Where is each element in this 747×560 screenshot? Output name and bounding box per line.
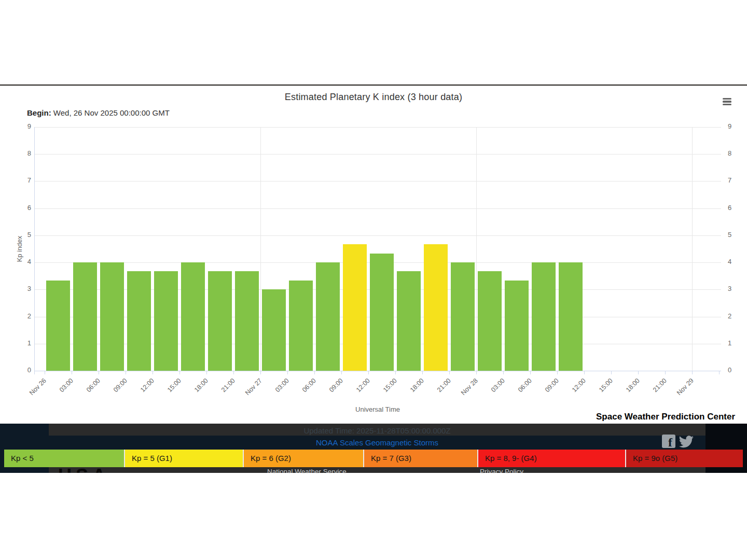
kp-bar[interactable] bbox=[478, 271, 502, 371]
chart-title: Estimated Planetary K index (3 hour data… bbox=[218, 92, 529, 103]
hamburger-icon bbox=[723, 104, 731, 105]
y-gridline bbox=[34, 127, 721, 128]
attribution-label: Space Weather Prediction Center bbox=[596, 412, 735, 422]
x-axis-tick bbox=[530, 371, 531, 374]
kp-bar[interactable] bbox=[316, 262, 340, 371]
y-gridline bbox=[34, 208, 721, 209]
y-tick-label: 6 bbox=[16, 204, 31, 212]
noaa-scales-link[interactable]: NOAA Scales Geomagnetic Storms bbox=[49, 438, 706, 447]
swpc-kp-index-page: Estimated Planetary K index (3 hour data… bbox=[0, 0, 747, 560]
x-axis-tick bbox=[233, 371, 234, 374]
y-tick-label: 2 bbox=[16, 312, 31, 320]
page-footer: Updated Time: 2025-11-28T05:00:00.000Z N… bbox=[0, 424, 747, 473]
privacy-policy-link[interactable]: Privacy Policy bbox=[480, 468, 523, 473]
kp-bar[interactable] bbox=[127, 271, 151, 371]
hamburger-icon bbox=[723, 101, 731, 102]
x-axis-tick bbox=[638, 371, 639, 374]
kp-bar[interactable] bbox=[532, 262, 556, 371]
legend-segment: Kp = 6 (G2) bbox=[243, 450, 363, 467]
x-axis-tick bbox=[503, 371, 504, 374]
x-axis-tick bbox=[395, 371, 396, 374]
x-axis-tick bbox=[260, 371, 261, 374]
kp-bar[interactable] bbox=[397, 271, 421, 371]
x-axis-tick bbox=[179, 371, 180, 374]
y-tick-label: 1 bbox=[16, 339, 31, 347]
kp-bar[interactable] bbox=[289, 281, 313, 371]
x-axis-tick bbox=[368, 371, 369, 374]
day-gridline bbox=[476, 127, 477, 371]
legend-segment: Kp = 7 (G3) bbox=[363, 450, 477, 467]
y-tick-label: 7 bbox=[16, 176, 31, 184]
x-axis-tick bbox=[126, 371, 126, 374]
x-axis-tick bbox=[287, 371, 288, 374]
kp-bar[interactable] bbox=[424, 244, 448, 371]
kp-scale-legend: Kp < 5Kp = 5 (G1)Kp = 6 (G2)Kp = 7 (G3)K… bbox=[0, 450, 747, 467]
begin-value: Wed, 26 Nov 2025 00:00:00 GMT bbox=[53, 108, 170, 117]
legend-segment: Kp = 5 (G1) bbox=[124, 450, 243, 467]
y-tick-label: 8 bbox=[728, 149, 731, 157]
legend-segment: Kp < 5 bbox=[4, 450, 124, 467]
kp-bar[interactable] bbox=[100, 262, 124, 371]
day-gridline bbox=[692, 127, 693, 371]
kp-bar[interactable] bbox=[262, 289, 286, 371]
y-tick-label: 4 bbox=[16, 258, 31, 265]
y-tick-label: 5 bbox=[16, 231, 31, 239]
x-axis-tick bbox=[449, 371, 450, 374]
begin-time-label: Begin: Wed, 26 Nov 2025 00:00:00 GMT bbox=[27, 108, 170, 117]
updated-time-label: Updated Time: 2025-11-28T05:00:00.000Z bbox=[49, 426, 706, 435]
y-gridline bbox=[34, 154, 721, 155]
kp-bar[interactable] bbox=[505, 281, 529, 371]
kp-bar[interactable] bbox=[370, 254, 394, 371]
kp-bar[interactable] bbox=[154, 271, 178, 371]
y-tick-label: 0 bbox=[16, 366, 31, 374]
y-gridline bbox=[34, 235, 721, 236]
y-axis-line bbox=[34, 127, 35, 374]
footer-gray-strip-bottom bbox=[49, 467, 706, 473]
begin-label: Begin: bbox=[27, 108, 51, 117]
x-axis-tick bbox=[72, 371, 72, 374]
x-axis-tick bbox=[99, 371, 99, 374]
kp-bar[interactable] bbox=[451, 262, 475, 371]
x-axis-tick bbox=[584, 371, 585, 374]
x-axis-tick bbox=[692, 371, 693, 374]
x-axis-tick bbox=[153, 371, 153, 374]
x-axis-tick bbox=[476, 371, 477, 374]
legend-segment: Kp = 8, 9- (G4) bbox=[477, 450, 625, 467]
x-axis-tick bbox=[719, 371, 720, 374]
kp-bar[interactable] bbox=[235, 271, 259, 371]
x-axis-tick bbox=[422, 371, 423, 374]
y-tick-label: 0 bbox=[728, 366, 731, 374]
hamburger-icon bbox=[723, 98, 731, 100]
legend-segment: Kp = 9o (G5) bbox=[625, 450, 743, 467]
kp-bar[interactable] bbox=[181, 262, 205, 371]
y-tick-label: 6 bbox=[728, 204, 731, 212]
facebook-icon[interactable]: f bbox=[662, 435, 675, 448]
top-divider bbox=[0, 85, 747, 86]
twitter-icon[interactable] bbox=[679, 436, 694, 448]
y-tick-label: 7 bbox=[728, 176, 731, 184]
x-axis-tick bbox=[557, 371, 558, 374]
y-tick-label: 2 bbox=[728, 312, 731, 320]
x-axis-line bbox=[34, 371, 721, 371]
chart-context-menu-button[interactable] bbox=[723, 97, 732, 106]
kp-bar[interactable] bbox=[208, 271, 232, 371]
kp-bar[interactable] bbox=[46, 281, 70, 371]
x-axis-tick bbox=[665, 371, 666, 374]
y-tick-label: 5 bbox=[728, 231, 731, 239]
day-gridline bbox=[260, 127, 261, 371]
y-gridline bbox=[34, 181, 721, 181]
y-tick-label: 9 bbox=[16, 122, 31, 130]
kp-bar[interactable] bbox=[559, 262, 583, 371]
y-tick-label: 9 bbox=[728, 122, 731, 130]
kp-bar[interactable] bbox=[343, 244, 367, 371]
y-tick-label: 1 bbox=[728, 339, 731, 347]
y-tick-label: 3 bbox=[728, 285, 731, 292]
kp-bar[interactable] bbox=[73, 262, 97, 371]
y-tick-label: 4 bbox=[728, 258, 731, 265]
x-axis-tick bbox=[611, 371, 612, 374]
x-axis-tick bbox=[45, 371, 45, 374]
x-axis-tick bbox=[341, 371, 342, 374]
y-tick-label: 3 bbox=[16, 285, 31, 292]
y-tick-label: 8 bbox=[16, 149, 31, 157]
nws-link[interactable]: National Weather Service bbox=[267, 468, 347, 473]
